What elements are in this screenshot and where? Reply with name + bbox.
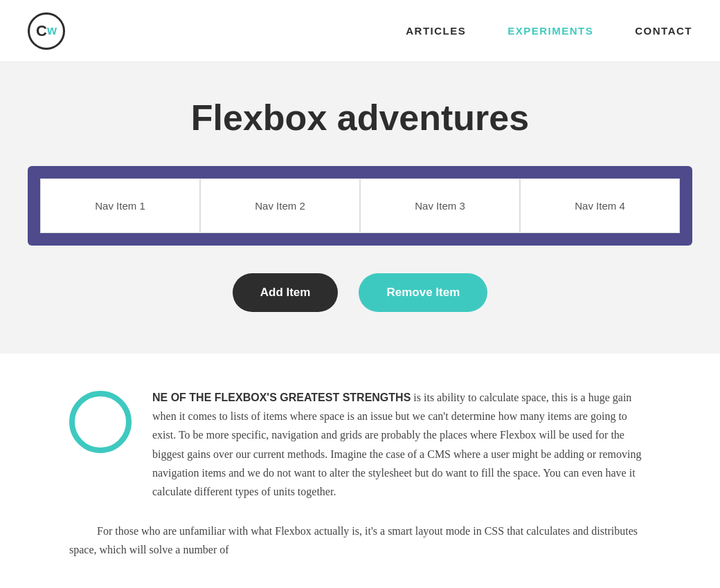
site-header: Cw ARTICLES EXPERIMENTS CONTACT bbox=[0, 0, 720, 62]
article-smallcaps: NE OF THE FLEXBOX'S GREATEST STRENGTHS bbox=[152, 392, 411, 403]
nav-item-3[interactable]: Nav Item 3 bbox=[360, 178, 520, 233]
main-nav: ARTICLES EXPERIMENTS CONTACT bbox=[406, 25, 692, 37]
flex-nav: Nav Item 1 Nav Item 2 Nav Item 3 Nav Ite… bbox=[40, 178, 680, 233]
article-intro: NE OF THE FLEXBOX'S GREATEST STRENGTHS i… bbox=[69, 388, 651, 501]
logo-icon: Cw bbox=[28, 12, 65, 50]
nav-experiments[interactable]: EXPERIMENTS bbox=[507, 25, 593, 37]
button-row: Add Item Remove Item bbox=[0, 273, 720, 312]
nav-item-1[interactable]: Nav Item 1 bbox=[40, 178, 200, 233]
article-section: NE OF THE FLEXBOX'S GREATEST STRENGTHS i… bbox=[0, 353, 720, 588]
nav-articles[interactable]: ARTICLES bbox=[406, 25, 466, 37]
demo-section: Flexbox adventures Nav Item 1 Nav Item 2… bbox=[0, 62, 720, 353]
article-intro-text: is its ability to calculate space, this … bbox=[152, 392, 641, 497]
nav-item-4[interactable]: Nav Item 4 bbox=[520, 178, 680, 233]
page-title: Flexbox adventures bbox=[0, 97, 720, 138]
article-body: NE OF THE FLEXBOX'S GREATEST STRENGTHS i… bbox=[152, 388, 651, 501]
nav-contact[interactable]: CONTACT bbox=[635, 25, 692, 37]
drop-cap-circle bbox=[69, 391, 132, 453]
nav-item-2[interactable]: Nav Item 2 bbox=[200, 178, 360, 233]
remove-item-button[interactable]: Remove Item bbox=[359, 273, 487, 312]
logo[interactable]: Cw bbox=[28, 12, 65, 50]
logo-w: w bbox=[47, 24, 57, 38]
article-paragraph-2: For those who are unfamiliar with what F… bbox=[69, 522, 651, 559]
add-item-button[interactable]: Add Item bbox=[233, 273, 339, 312]
article-intro-paragraph: NE OF THE FLEXBOX'S GREATEST STRENGTHS i… bbox=[152, 388, 651, 501]
flex-demo-container: Nav Item 1 Nav Item 2 Nav Item 3 Nav Ite… bbox=[28, 166, 692, 246]
